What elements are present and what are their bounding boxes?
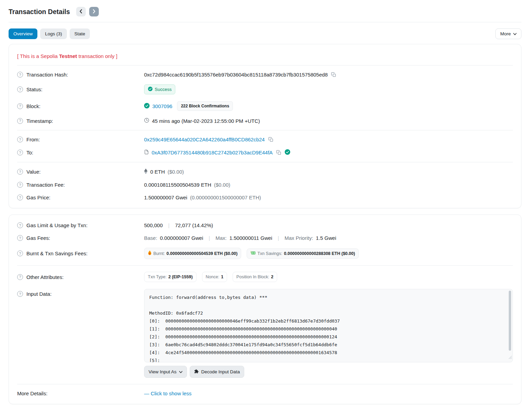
help-icon[interactable]: ? [17, 150, 23, 155]
row-other-attributes: ? Other Attributes: Txn Type: 2 (EIP-155… [17, 268, 513, 285]
timestamp-value: 45 mins ago (Mar-02-2023 12:55:00 PM +UT… [152, 118, 260, 124]
page: Transaction Details Overview Logs (3) St… [0, 0, 530, 417]
more-details-label: More Details: [17, 390, 47, 396]
input-data-line: [0]: 000000000000000000000000046eff99cab… [149, 317, 504, 325]
to-address-link[interactable]: 0xA3f07D6773514480b918C2742b027b3acD9E44… [152, 150, 273, 155]
block-number-link[interactable]: 3007096 [152, 103, 172, 109]
row-from: ? From: 0x259c49E65644a020C2A642260a4ffB… [17, 133, 513, 146]
block-check-icon [144, 103, 150, 109]
chevron-down-icon [513, 31, 517, 36]
divider [17, 130, 513, 130]
txn-savings-value: 0.000000000000288308 ETH ($0.00) [284, 251, 355, 256]
value-amount: 0 ETH [150, 169, 165, 175]
tab-state[interactable]: State [70, 28, 90, 39]
gas-limit-value: 500,000 [144, 222, 163, 228]
testnet-notice-bold: Testnet [59, 53, 77, 59]
status-label: Status: [26, 86, 43, 92]
position-in-block-value: 2 [271, 275, 273, 279]
help-icon[interactable]: ? [17, 86, 23, 92]
help-icon[interactable]: ? [17, 118, 23, 124]
max-fee-value: 1.500000011 Gwei [229, 235, 272, 241]
help-icon[interactable]: ? [17, 169, 23, 175]
scrollbar-thumb[interactable] [509, 291, 511, 351]
base-fee-value: 0.000000007 Gwei [160, 235, 203, 241]
nonce-value: 1 [221, 275, 223, 279]
help-icon[interactable]: ? [17, 182, 23, 188]
base-fee-label: Base: [144, 235, 157, 241]
input-data-line: [4]: 4ce24f54000000000000000000000000000… [149, 349, 504, 357]
page-header: Transaction Details [9, 5, 521, 22]
txn-savings-label: Txn Savings: [257, 251, 282, 256]
tabs-row: Overview Logs (3) State More [9, 28, 521, 39]
help-icon[interactable]: ? [17, 274, 23, 280]
input-data-line: Function: forward(address to,bytes data)… [149, 293, 504, 301]
tab-logs[interactable]: Logs (3) [40, 28, 67, 39]
prev-transaction-button[interactable] [76, 7, 86, 16]
row-timestamp: ? Timestamp: 45 mins ago (Mar-02-2023 12… [17, 114, 513, 127]
input-data-line: MethodID: 0x6fadcf72 [149, 309, 504, 317]
divider [17, 265, 513, 266]
txn-savings-badge: Txn Savings: 0.000000000000288308 ETH ($… [247, 248, 358, 259]
input-data-scrollbar[interactable] [508, 291, 511, 361]
testnet-notice-pre: [ This is a Sepolia [17, 53, 59, 59]
row-to: ? To: 0xA3f07D6773514480b918C2742b027b3a… [17, 146, 513, 159]
row-block: ? Block: 3007096 222 Block Confirmations [17, 98, 513, 114]
details-card: ? Gas Limit & Usage by Txn: 500,000 | 72… [9, 214, 521, 404]
eth-icon [144, 168, 148, 175]
block-confirmations-badge: 222 Block Confirmations [177, 101, 233, 111]
help-icon[interactable]: ? [17, 137, 23, 142]
block-label: Block: [26, 103, 40, 109]
more-button[interactable]: More [495, 28, 521, 39]
help-icon[interactable]: ? [17, 222, 23, 228]
separator: | [275, 235, 282, 241]
resize-handle[interactable] [509, 353, 512, 361]
row-gas-price: ? Gas Price: 1.500000007 Gwei (0.0000000… [17, 191, 513, 204]
gas-fees-label: Gas Fees: [26, 235, 50, 241]
transaction-hash-label: Transaction Hash: [26, 72, 68, 78]
input-data-line [149, 301, 504, 309]
decode-input-data-button[interactable]: Decode Input Data [190, 366, 245, 378]
next-transaction-button[interactable] [89, 7, 99, 16]
row-burnt-savings: ? Burnt & Txn Savings Fees: Burnt: 0.000… [17, 244, 513, 262]
row-input-data: ? Input Data: Function: forward(address … [17, 285, 513, 381]
nonce-label: Nonce: [206, 275, 220, 279]
view-input-as-button[interactable]: View Input As [144, 366, 187, 378]
help-icon[interactable]: ? [17, 291, 23, 297]
help-icon[interactable]: ? [17, 235, 23, 241]
help-icon[interactable]: ? [17, 103, 23, 109]
testnet-notice: [ This is a Sepolia Testnet transaction … [17, 48, 513, 66]
check-circle-icon [148, 86, 153, 92]
help-icon[interactable]: ? [17, 250, 23, 256]
timestamp-label: Timestamp: [26, 118, 53, 124]
txn-type-value: 2 (EIP-1559) [168, 275, 193, 279]
transaction-fee-usd: ($0.00) [214, 182, 231, 188]
copy-icon[interactable] [330, 72, 337, 77]
money-wings-icon [250, 251, 256, 256]
chevron-right-icon [93, 9, 95, 14]
gas-price-amount: 1.500000007 Gwei [144, 195, 187, 200]
copy-icon[interactable] [268, 137, 274, 142]
gas-limit-label: Gas Limit & Usage by Txn: [26, 222, 87, 228]
testnet-notice-post: transaction only ] [77, 53, 118, 59]
contract-icon [144, 149, 149, 156]
row-gas-fees: ? Gas Fees: Base: 0.000000007 Gwei | Max… [17, 232, 513, 244]
to-label: To: [26, 150, 33, 155]
row-transaction-fee: ? Transaction Fee: 0.000108115500504539 … [17, 178, 513, 191]
input-data-line: [2]: 00000000000000000000000000000000000… [149, 333, 504, 341]
chevron-down-icon [179, 369, 182, 374]
from-address-link[interactable]: 0x259c49E65644a020C2A642260a4ffB0CD862cb… [144, 137, 265, 142]
max-priority-fee-value: 1.5 Gwei [316, 235, 336, 241]
input-data-box[interactable]: Function: forward(address to,bytes data)… [144, 289, 513, 362]
page-title: Transaction Details [9, 8, 70, 16]
help-icon[interactable]: ? [17, 72, 23, 78]
verified-check-icon [285, 149, 290, 156]
value-label: Value: [26, 169, 40, 175]
show-less-link[interactable]: — Click to show less [144, 390, 191, 396]
clock-icon [144, 118, 149, 124]
position-in-block-badge: Position In Block: 2 [233, 272, 277, 282]
help-icon[interactable]: ? [17, 195, 23, 200]
tab-overview[interactable]: Overview [9, 28, 37, 39]
more-button-label: More [500, 31, 511, 36]
input-data-actions: View Input As Decode Input Data [144, 366, 513, 378]
copy-icon[interactable] [275, 150, 282, 155]
